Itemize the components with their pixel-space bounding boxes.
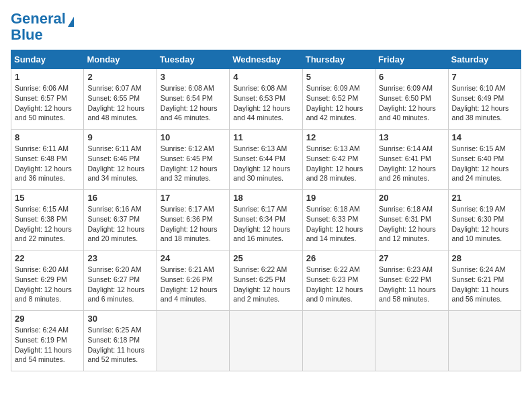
cell-info-line: Daylight: 12 hours [87, 285, 152, 295]
day-number: 25 [233, 253, 298, 263]
weekday-header-friday: Friday [375, 50, 448, 69]
cell-info-line: Sunrise: 6:20 AM [87, 265, 152, 275]
cell-info-line: Sunset: 6:44 PM [233, 154, 298, 164]
weekday-header-thursday: Thursday [302, 50, 375, 69]
calendar-cell [302, 311, 375, 371]
week-row-3: 15Sunrise: 6:15 AMSunset: 6:38 PMDayligh… [11, 190, 521, 250]
cell-info-line: Sunrise: 6:07 AM [87, 83, 152, 93]
weekday-header-row: SundayMondayTuesdayWednesdayThursdayFrid… [11, 50, 521, 69]
day-number: 30 [87, 314, 152, 324]
cell-info-line: Sunset: 6:42 PM [306, 154, 371, 164]
cell-info-line: Daylight: 12 hours [379, 224, 444, 234]
week-row-5: 29Sunrise: 6:24 AMSunset: 6:19 PMDayligh… [11, 311, 521, 371]
cell-info-line: Sunrise: 6:17 AM [233, 204, 298, 214]
cell-info-line: Sunset: 6:34 PM [233, 214, 298, 224]
cell-info-line: Sunrise: 6:09 AM [379, 83, 444, 93]
cell-info-line: Daylight: 12 hours [452, 103, 517, 113]
week-row-1: 1Sunrise: 6:06 AMSunset: 6:57 PMDaylight… [11, 69, 521, 130]
cell-info-line: Sunrise: 6:18 AM [379, 204, 444, 214]
calendar-cell: 26Sunrise: 6:22 AMSunset: 6:23 PMDayligh… [302, 250, 375, 311]
cell-info-line: Daylight: 12 hours [87, 164, 152, 174]
cell-info-line: Sunrise: 6:22 AM [306, 265, 371, 275]
cell-info-line: Daylight: 12 hours [15, 164, 80, 174]
calendar-cell: 1Sunrise: 6:06 AMSunset: 6:57 PMDaylight… [11, 69, 84, 130]
cell-info-line: Daylight: 12 hours [452, 224, 517, 234]
calendar-cell: 13Sunrise: 6:14 AMSunset: 6:41 PMDayligh… [375, 130, 448, 190]
cell-info-line: Daylight: 12 hours [306, 224, 371, 234]
logo-text-blue: Blue [11, 26, 43, 43]
calendar-cell: 6Sunrise: 6:09 AMSunset: 6:50 PMDaylight… [375, 69, 448, 130]
cell-info-line: Sunrise: 6:06 AM [15, 83, 80, 93]
calendar-cell [157, 311, 229, 371]
cell-info-line: and 34 minutes. [87, 173, 152, 183]
cell-info-line: Sunset: 6:38 PM [15, 214, 80, 224]
cell-info-line: Sunrise: 6:12 AM [161, 144, 226, 154]
calendar-cell [375, 311, 448, 371]
cell-info-line: Sunset: 6:33 PM [306, 214, 371, 224]
logo-text: General [11, 11, 66, 27]
day-number: 16 [87, 193, 152, 203]
calendar-cell: 10Sunrise: 6:12 AMSunset: 6:45 PMDayligh… [157, 130, 229, 190]
cell-info-line: Sunset: 6:27 PM [87, 275, 152, 285]
weekday-header-sunday: Sunday [11, 50, 84, 69]
cell-info-line: Sunrise: 6:21 AM [161, 265, 226, 275]
cell-info-line: Daylight: 12 hours [233, 224, 298, 234]
cell-info-line: Sunset: 6:36 PM [161, 214, 226, 224]
week-row-2: 8Sunrise: 6:11 AMSunset: 6:48 PMDaylight… [11, 130, 521, 190]
cell-info-line: Sunrise: 6:16 AM [87, 204, 152, 214]
day-number: 14 [452, 132, 517, 142]
cell-info-line: Sunset: 6:21 PM [452, 275, 517, 285]
cell-info-line: and 10 minutes. [452, 234, 517, 244]
day-number: 5 [306, 72, 371, 82]
day-number: 17 [161, 193, 226, 203]
cell-info-line: and 54 minutes. [15, 355, 80, 365]
weekday-header-tuesday: Tuesday [157, 50, 229, 69]
cell-info-line: Sunrise: 6:22 AM [233, 265, 298, 275]
day-number: 10 [161, 132, 226, 142]
cell-info-line: Sunset: 6:29 PM [15, 275, 80, 285]
cell-info-line: Sunrise: 6:13 AM [306, 144, 371, 154]
day-number: 23 [87, 253, 152, 263]
cell-info-line: Sunrise: 6:15 AM [452, 144, 517, 154]
cell-info-line: and 26 minutes. [379, 173, 444, 183]
cell-info-line: and 18 minutes. [161, 234, 226, 244]
calendar-cell: 28Sunrise: 6:24 AMSunset: 6:21 PMDayligh… [448, 250, 521, 311]
cell-info-line: Daylight: 12 hours [161, 224, 226, 234]
day-number: 29 [15, 314, 80, 324]
cell-info-line: Sunset: 6:18 PM [87, 335, 152, 345]
cell-info-line: Sunset: 6:52 PM [306, 93, 371, 103]
cell-info-line: and 6 minutes. [87, 294, 152, 304]
week-row-4: 22Sunrise: 6:20 AMSunset: 6:29 PMDayligh… [11, 250, 521, 311]
day-number: 21 [452, 193, 517, 203]
day-number: 9 [87, 132, 152, 142]
cell-info-line: Sunset: 6:37 PM [87, 214, 152, 224]
cell-info-line: Sunrise: 6:10 AM [452, 83, 517, 93]
day-number: 1 [15, 72, 80, 82]
calendar-cell: 14Sunrise: 6:15 AMSunset: 6:40 PMDayligh… [448, 130, 521, 190]
day-number: 4 [233, 72, 298, 82]
cell-info-line: and 32 minutes. [161, 173, 226, 183]
cell-info-line: and 48 minutes. [87, 113, 152, 123]
cell-info-line: Sunrise: 6:08 AM [161, 83, 226, 93]
day-number: 11 [233, 132, 298, 142]
cell-info-line: Sunrise: 6:13 AM [233, 144, 298, 154]
cell-info-line: Daylight: 11 hours [87, 345, 152, 355]
cell-info-line: and 8 minutes. [15, 294, 80, 304]
cell-info-line: and 2 minutes. [233, 294, 298, 304]
calendar-cell: 27Sunrise: 6:23 AMSunset: 6:22 PMDayligh… [375, 250, 448, 311]
cell-info-line: Sunrise: 6:25 AM [87, 325, 152, 335]
calendar-cell: 19Sunrise: 6:18 AMSunset: 6:33 PMDayligh… [302, 190, 375, 250]
cell-info-line: Daylight: 12 hours [87, 224, 152, 234]
calendar-table: SundayMondayTuesdayWednesdayThursdayFrid… [11, 50, 521, 371]
calendar-cell: 30Sunrise: 6:25 AMSunset: 6:18 PMDayligh… [84, 311, 157, 371]
cell-info-line: Sunrise: 6:17 AM [161, 204, 226, 214]
calendar-cell: 12Sunrise: 6:13 AMSunset: 6:42 PMDayligh… [302, 130, 375, 190]
cell-info-line: Daylight: 12 hours [379, 103, 444, 113]
calendar-cell: 8Sunrise: 6:11 AMSunset: 6:48 PMDaylight… [11, 130, 84, 190]
calendar-cell: 22Sunrise: 6:20 AMSunset: 6:29 PMDayligh… [11, 250, 84, 311]
cell-info-line: Sunset: 6:49 PM [452, 93, 517, 103]
cell-info-line: Sunrise: 6:18 AM [306, 204, 371, 214]
cell-info-line: Daylight: 12 hours [15, 224, 80, 234]
day-number: 26 [306, 253, 371, 263]
logo: General Blue [11, 11, 74, 43]
